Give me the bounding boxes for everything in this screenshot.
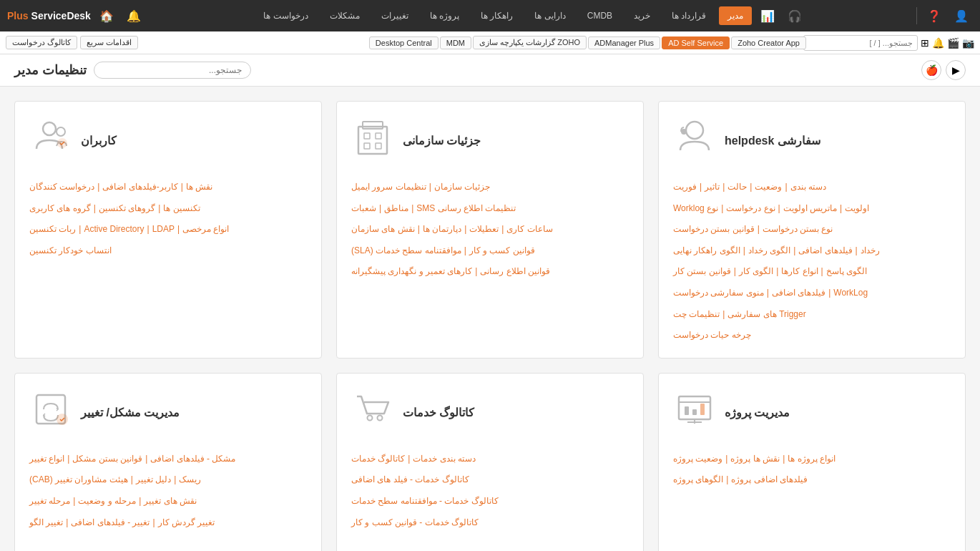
link-priority-matrix[interactable]: ماتریس اولویت: [783, 201, 837, 217]
tab-requests[interactable]: درخواست ها: [255, 6, 316, 25]
link-user-groups[interactable]: گروه های کاربری: [29, 201, 91, 217]
grid-icon[interactable]: ⊞: [921, 37, 929, 49]
link-problem-close-rules[interactable]: قوانین بستن مشکل: [72, 452, 142, 467]
video-icon[interactable]: 🎬: [947, 37, 959, 49]
link-impact[interactable]: تاثیر: [705, 180, 720, 195]
bell-icon[interactable]: 🔔: [932, 37, 944, 49]
link-notif-rules[interactable]: قوانین اطلاع رسانی: [480, 264, 550, 280]
apple-icon[interactable]: 🍎: [921, 60, 941, 80]
link-roles[interactable]: نقش ها: [186, 180, 212, 195]
link-departments[interactable]: دپارتمان ها: [423, 222, 461, 238]
link-incident[interactable]: رخداد: [861, 243, 880, 259]
link-incident-fields[interactable]: فیلدهای اضافی: [798, 243, 852, 259]
link-ldap[interactable]: LDAP: [152, 222, 175, 238]
link-change-reason[interactable]: دلیل تغییر: [136, 472, 171, 488]
bookmark-ad-self-service[interactable]: AD Self Service: [662, 36, 730, 49]
link-user-fields[interactable]: کاربر-فیلدهای اضافی: [102, 180, 177, 195]
bookmark-desktop-central[interactable]: Desktop Central: [369, 36, 438, 49]
link-risk[interactable]: ریسک: [179, 472, 201, 488]
tab-admin[interactable]: مدیر: [719, 6, 752, 25]
link-priority[interactable]: اولویت: [845, 201, 869, 217]
link-close-rules[interactable]: قوانین بستن درخواست: [673, 222, 755, 238]
tab-contracts[interactable]: قرارداد ها: [663, 6, 715, 25]
link-category[interactable]: دسته بندی: [790, 180, 826, 195]
link-sla[interactable]: موافقتنامه سطح خدمات (SLA): [351, 243, 461, 259]
link-technicians[interactable]: تکنسین ها: [163, 201, 200, 217]
link-branches[interactable]: شعبات: [351, 201, 376, 217]
link-project-fields[interactable]: فیلدهای اضافی پروژه: [731, 472, 808, 488]
link-worklog[interactable]: WorkLog: [833, 286, 868, 301]
camera-icon[interactable]: 📷: [962, 37, 974, 49]
link-catalog-sla[interactable]: کاتالوگ خدمات - موافقتنامه سطح خدمات: [351, 494, 499, 509]
tab-changes[interactable]: تغییرات: [373, 6, 417, 25]
link-leave-types[interactable]: انواع مرخصی: [182, 222, 229, 238]
link-service-categories[interactable]: دسته بندی خدمات: [413, 452, 476, 467]
link-work-hours[interactable]: ساعات کاری: [506, 222, 552, 238]
link-requestors[interactable]: درخواست کنندگان: [29, 180, 94, 195]
tab-cmdb[interactable]: CMDB: [579, 6, 621, 25]
user-icon[interactable]: 👤: [950, 6, 973, 26]
link-email-server[interactable]: تنظیمات سرور ایمیل: [351, 180, 426, 195]
bookmark-search-input[interactable]: [803, 35, 918, 51]
bookmark-admanager[interactable]: ADManager Plus: [588, 36, 660, 49]
link-trigger[interactable]: Trigger های سفارشی: [727, 307, 805, 323]
link-preventive[interactable]: کارهای تعمیر و نگهداری پیشگیرانه: [351, 264, 472, 280]
quick-action-button[interactable]: اقدامات سریع: [80, 36, 138, 49]
link-incident-template[interactable]: الگوی رخداد: [748, 243, 790, 259]
link-change-types[interactable]: انواع تغییر: [29, 452, 64, 467]
link-solution-template[interactable]: الگوی راهکار نهایی: [673, 243, 740, 259]
headphones-icon[interactable]: 🎧: [783, 6, 806, 26]
bookmark-mdm[interactable]: MDM: [440, 36, 471, 49]
tab-buy[interactable]: خرید: [625, 6, 659, 25]
link-regions[interactable]: مناطق: [384, 201, 408, 217]
bookmark-zoho-reports[interactable]: ZOHO گزارشات یکپارچه سازی: [473, 36, 587, 49]
home-icon[interactable]: 🏠: [95, 6, 118, 26]
catalog-button[interactable]: کاتالوگ درخواست: [6, 36, 77, 49]
link-active-directory[interactable]: Active Directory: [84, 222, 144, 238]
header-search-input[interactable]: [94, 62, 251, 79]
link-request-menu[interactable]: منوی سفارشی درخواست: [673, 286, 764, 301]
link-reply-template[interactable]: الگوی پاسخ: [826, 264, 867, 280]
link-change-roles[interactable]: نقش های تغییر: [144, 494, 197, 509]
link-project-status[interactable]: وضعیت پروژه: [673, 452, 722, 467]
link-task-template[interactable]: الگوی کار: [739, 264, 773, 280]
tab-projects[interactable]: پروژه ها: [421, 6, 468, 25]
link-change-phase-status[interactable]: مرحله و وضعیت: [78, 494, 136, 509]
link-change-template[interactable]: تغییر الگو: [29, 515, 63, 531]
link-change-fields[interactable]: تغییر - فیلدهای اضافی: [71, 515, 150, 531]
tab-solutions[interactable]: راهکار ها: [472, 6, 521, 25]
android-icon[interactable]: ▶: [946, 60, 966, 80]
link-task-close-rules[interactable]: قوانین بستن کار: [673, 264, 731, 280]
bookmark-zoho-creator[interactable]: Zoho Creator App: [731, 36, 806, 49]
notification-icon[interactable]: 🔔: [122, 6, 145, 26]
link-chat-settings[interactable]: تنظیمات چت: [673, 307, 720, 323]
tab-problems[interactable]: مشکلات: [321, 6, 368, 25]
link-request-type[interactable]: نوع درخواست: [726, 201, 775, 217]
link-org-details[interactable]: جزئیات سازمان: [434, 180, 490, 195]
link-urgency[interactable]: فوریت: [673, 180, 697, 195]
link-worklog-type[interactable]: نوع Worklog: [673, 201, 718, 217]
link-request-lifecycle[interactable]: چرخه حیات درخواست: [673, 328, 751, 343]
link-sms-notif[interactable]: تنظیمات اطلاع رسانی SMS: [416, 201, 516, 217]
chart-icon[interactable]: 📊: [756, 6, 779, 26]
link-project-types[interactable]: انواع پروژه ها: [788, 452, 836, 467]
link-worklog-fields[interactable]: فیلدهای اضافی: [772, 286, 825, 301]
link-project-templates[interactable]: الگوهای پروژه: [673, 472, 723, 488]
link-biz-rules[interactable]: قوانین کسب و کار: [469, 243, 535, 259]
help-icon[interactable]: ❓: [923, 6, 946, 26]
link-service-catalog[interactable]: کاتالوگ خدمات: [351, 452, 405, 467]
link-problem-fields[interactable]: مشکل - فیلدهای اضافی: [150, 452, 235, 467]
link-org-roles[interactable]: نقش های سازمان: [351, 222, 415, 238]
link-catalog-extra-fields[interactable]: کاتالوگ خدمات - فیلد های اضافی: [351, 472, 469, 488]
link-close-type[interactable]: نوع بستن درخواست: [763, 222, 833, 238]
link-tech-groups[interactable]: گروهای تکنسین: [99, 201, 155, 217]
link-state[interactable]: حالت: [727, 180, 747, 195]
link-change-phase[interactable]: مرحله تغییر: [29, 494, 70, 509]
link-catalog-biz-rules[interactable]: کاتالوگ خدمات - قوانین کسب و کار: [351, 515, 479, 531]
link-status[interactable]: وضعیت: [755, 180, 782, 195]
link-holidays[interactable]: تعطیلات: [469, 222, 499, 238]
link-change-workflow[interactable]: تغییر گردش کار: [158, 515, 215, 531]
link-cab[interactable]: هیئت مشاوران تغییر (CAB): [29, 472, 128, 488]
link-task-types[interactable]: انواع کارها: [781, 264, 818, 280]
link-tech-bot[interactable]: ربات تکنسین: [29, 222, 76, 238]
